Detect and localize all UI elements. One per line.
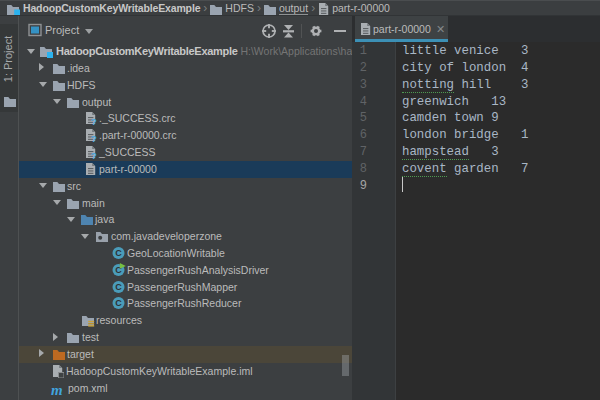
svg-text:?: ? (91, 116, 97, 125)
svg-text:?: ? (91, 133, 97, 142)
svg-text:C: C (115, 248, 122, 258)
svg-text:C: C (115, 299, 122, 309)
svg-text:?: ? (91, 150, 97, 159)
svg-text:C: C (115, 282, 122, 292)
